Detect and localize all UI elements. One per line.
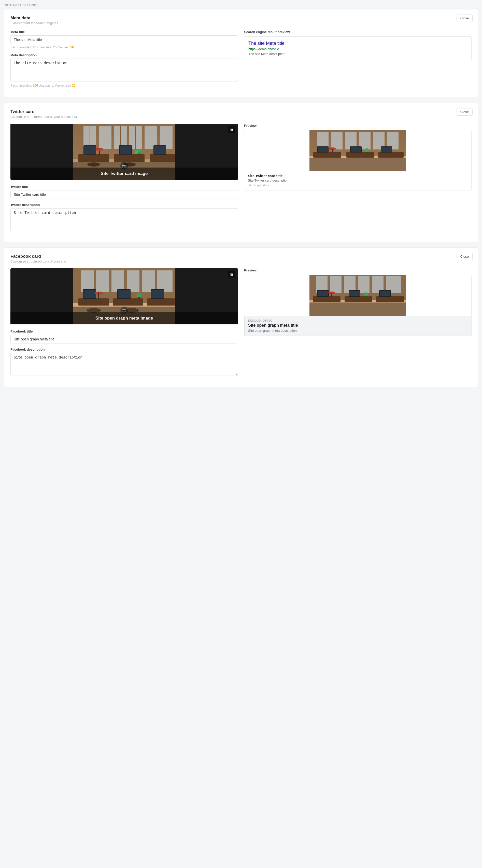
meta-data-section: Meta data Extra content for search engin… <box>4 9 478 98</box>
svg-rect-44 <box>351 147 361 152</box>
svg-rect-62 <box>147 299 175 306</box>
twitter-image-label: Site Twitter card image <box>10 167 238 180</box>
svg-rect-53 <box>81 270 94 292</box>
facebook-section-subtitle: Customise structured data of your site <box>10 259 472 263</box>
search-preview-url: https://demo.ghost.io <box>248 47 467 51</box>
svg-rect-48 <box>332 149 332 153</box>
svg-rect-54 <box>96 270 109 292</box>
svg-rect-66 <box>118 290 130 299</box>
svg-rect-14 <box>150 154 175 162</box>
svg-rect-38 <box>313 152 341 158</box>
page-header: SITE META SETTINGS <box>0 0 482 9</box>
meta-description-label: Meta description <box>10 53 238 57</box>
twitter-close-button[interactable]: Close <box>456 108 473 116</box>
facebook-description-label: Facebook description <box>10 347 238 351</box>
facebook-title-input[interactable] <box>10 335 238 343</box>
facebook-description-textarea[interactable]: Site open graph meta description <box>10 353 238 376</box>
svg-rect-13 <box>114 154 144 162</box>
facebook-close-button[interactable]: Close <box>456 253 473 260</box>
facebook-preview-label: Preview <box>244 268 472 272</box>
svg-rect-40 <box>378 152 404 158</box>
svg-rect-92 <box>380 291 390 297</box>
svg-rect-56 <box>127 270 139 292</box>
svg-rect-20 <box>154 146 166 154</box>
facebook-image-delete-button[interactable]: 🗑 <box>228 271 235 278</box>
twitter-preview-title: Site Twitter card title <box>248 174 468 178</box>
svg-point-27 <box>87 162 100 166</box>
section-subtitle: Extra content for search engines <box>10 21 472 25</box>
search-preview-label: Search engine result preview <box>244 30 472 34</box>
meta-close-button[interactable]: Close <box>456 14 473 22</box>
svg-rect-90 <box>349 291 360 297</box>
twitter-preview-box: Site Twitter card title Site Twitter car… <box>244 130 472 190</box>
svg-point-95 <box>364 292 368 297</box>
svg-rect-51 <box>310 158 406 171</box>
twitter-section-subtitle: Customise structured data of your site f… <box>10 115 472 119</box>
facebook-title-label: Facebook title <box>10 330 238 333</box>
svg-rect-70 <box>98 293 99 299</box>
svg-rect-84 <box>313 297 341 302</box>
svg-rect-57 <box>142 270 155 292</box>
svg-point-49 <box>365 148 369 152</box>
svg-rect-64 <box>84 290 96 299</box>
facebook-preview-box: DEMO.GHOST.IO Site open graph meta title… <box>244 275 472 336</box>
facebook-card-section: Facebook card Customise structured data … <box>4 247 478 387</box>
facebook-image-label: Site open graph meta image <box>10 312 238 324</box>
svg-rect-42 <box>318 147 328 152</box>
twitter-card-section: Twitter card Customise structured data o… <box>4 103 478 242</box>
twitter-description-textarea[interactable]: Site Twitter card description <box>10 208 238 231</box>
twitter-preview-desc: Site Twitter card description <box>248 179 468 182</box>
svg-rect-18 <box>84 146 96 154</box>
svg-rect-50 <box>366 152 368 154</box>
facebook-preview-title: Site open graph meta title <box>248 323 468 328</box>
svg-point-25 <box>135 151 138 154</box>
twitter-title-input[interactable] <box>10 190 238 199</box>
svg-rect-55 <box>111 270 124 292</box>
svg-rect-58 <box>157 270 172 292</box>
meta-description-hint: Recommended: 156 characters. You've used… <box>10 84 238 87</box>
twitter-preview-label: Preview <box>244 124 472 128</box>
meta-description-textarea[interactable]: The site Meta description <box>10 59 238 82</box>
twitter-title-label: Twitter title <box>10 185 238 189</box>
svg-rect-96 <box>365 296 367 299</box>
svg-rect-32 <box>331 132 343 150</box>
svg-rect-94 <box>331 293 332 297</box>
svg-rect-88 <box>318 291 328 297</box>
facebook-section-title: Facebook card <box>10 254 472 259</box>
svg-rect-19 <box>120 146 131 154</box>
svg-rect-85 <box>345 297 372 302</box>
meta-title-input[interactable] <box>10 35 238 44</box>
twitter-description-label: Twitter description <box>10 203 238 207</box>
twitter-image-upload[interactable]: 🗑 📷 Site Twitter card image <box>10 124 238 180</box>
meta-title-hint: Recommended: 70 characters. You've used … <box>10 45 238 49</box>
search-preview-title: The site Meta title <box>248 41 467 46</box>
svg-rect-60 <box>78 299 109 306</box>
svg-rect-86 <box>376 297 404 302</box>
section-title: Meta data <box>10 16 472 21</box>
svg-rect-97 <box>310 303 406 316</box>
svg-point-22 <box>95 148 103 151</box>
twitter-preview-url: demo.ghost.io <box>248 183 468 187</box>
search-preview-box: The site Meta title https://demo.ghost.i… <box>244 36 472 60</box>
meta-title-label: Meta title <box>10 30 238 34</box>
svg-rect-72 <box>138 297 140 300</box>
svg-point-71 <box>137 293 141 298</box>
facebook-image-upload[interactable]: 🗑 📷 Site open graph meta image <box>10 268 238 324</box>
svg-rect-12 <box>78 154 109 162</box>
svg-rect-46 <box>381 147 392 152</box>
svg-rect-39 <box>346 152 374 158</box>
facebook-preview-desc: Site open graph meta description <box>248 329 468 333</box>
svg-rect-78 <box>330 276 342 293</box>
search-preview-desc: The site Meta description <box>248 52 467 56</box>
svg-rect-68 <box>152 290 164 299</box>
twitter-section-title: Twitter card <box>10 109 472 114</box>
facebook-preview-domain: DEMO.GHOST.IO <box>248 319 468 322</box>
twitter-image-delete-button[interactable]: 🗑 <box>228 126 235 133</box>
